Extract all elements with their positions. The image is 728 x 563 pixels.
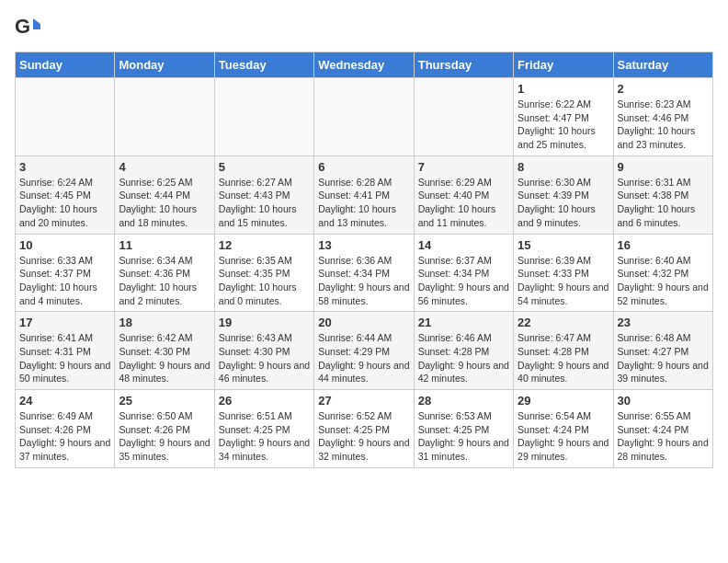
calendar-cell: 25Sunrise: 6:50 AM Sunset: 4:26 PM Dayli… xyxy=(115,390,214,468)
day-info: Sunrise: 6:22 AM Sunset: 4:47 PM Dayligh… xyxy=(518,98,609,152)
day-header-friday: Friday xyxy=(514,52,613,78)
day-info: Sunrise: 6:48 AM Sunset: 4:27 PM Dayligh… xyxy=(618,331,709,385)
day-header-wednesday: Wednesday xyxy=(314,52,414,78)
week-row-1: 1Sunrise: 6:22 AM Sunset: 4:47 PM Daylig… xyxy=(16,78,713,156)
calendar-cell: 10Sunrise: 6:33 AM Sunset: 4:37 PM Dayli… xyxy=(16,234,115,312)
day-info: Sunrise: 6:43 AM Sunset: 4:30 PM Dayligh… xyxy=(219,331,310,385)
day-info: Sunrise: 6:33 AM Sunset: 4:37 PM Dayligh… xyxy=(19,254,110,308)
calendar-cell: 29Sunrise: 6:54 AM Sunset: 4:24 PM Dayli… xyxy=(514,390,613,468)
day-info: Sunrise: 6:54 AM Sunset: 4:24 PM Dayligh… xyxy=(518,409,609,464)
calendar-cell: 9Sunrise: 6:31 AM Sunset: 4:38 PM Daylig… xyxy=(613,155,712,234)
day-number: 25 xyxy=(119,394,210,408)
day-info: Sunrise: 6:35 AM Sunset: 4:35 PM Dayligh… xyxy=(219,254,310,308)
calendar-cell xyxy=(414,78,513,156)
svg-marker-2 xyxy=(33,24,40,29)
day-number: 13 xyxy=(318,238,409,252)
day-number: 4 xyxy=(119,160,210,174)
day-info: Sunrise: 6:36 AM Sunset: 4:34 PM Dayligh… xyxy=(318,254,409,308)
calendar-cell: 22Sunrise: 6:47 AM Sunset: 4:28 PM Dayli… xyxy=(514,312,613,390)
day-info: Sunrise: 6:40 AM Sunset: 4:32 PM Dayligh… xyxy=(618,254,709,308)
calendar-cell: 8Sunrise: 6:30 AM Sunset: 4:39 PM Daylig… xyxy=(514,155,613,234)
day-number: 15 xyxy=(518,238,609,252)
day-number: 26 xyxy=(219,394,310,408)
day-info: Sunrise: 6:37 AM Sunset: 4:34 PM Dayligh… xyxy=(418,254,509,308)
day-header-saturday: Saturday xyxy=(613,52,712,78)
day-header-monday: Monday xyxy=(115,52,214,78)
day-number: 17 xyxy=(19,316,110,329)
calendar-cell: 13Sunrise: 6:36 AM Sunset: 4:34 PM Dayli… xyxy=(314,234,414,312)
day-number: 11 xyxy=(119,238,210,252)
day-number: 21 xyxy=(418,316,509,329)
calendar-cell xyxy=(115,78,214,156)
calendar-cell xyxy=(16,78,115,156)
calendar-cell: 11Sunrise: 6:34 AM Sunset: 4:36 PM Dayli… xyxy=(115,234,214,312)
calendar-cell: 28Sunrise: 6:53 AM Sunset: 4:25 PM Dayli… xyxy=(414,390,513,468)
calendar-cell: 23Sunrise: 6:48 AM Sunset: 4:27 PM Dayli… xyxy=(613,312,712,390)
calendar-table: SundayMondayTuesdayWednesdayThursdayFrid… xyxy=(15,52,713,468)
day-info: Sunrise: 6:44 AM Sunset: 4:29 PM Dayligh… xyxy=(318,331,409,385)
calendar-cell: 7Sunrise: 6:29 AM Sunset: 4:40 PM Daylig… xyxy=(414,155,513,234)
day-number: 19 xyxy=(219,316,310,329)
calendar-cell: 15Sunrise: 6:39 AM Sunset: 4:33 PM Dayli… xyxy=(514,234,613,312)
day-number: 23 xyxy=(618,316,709,329)
logo-icon: G xyxy=(15,15,40,40)
week-row-2: 3Sunrise: 6:24 AM Sunset: 4:45 PM Daylig… xyxy=(16,155,713,234)
day-number: 29 xyxy=(518,394,609,408)
calendar-cell: 24Sunrise: 6:49 AM Sunset: 4:26 PM Dayli… xyxy=(16,390,115,468)
day-number: 28 xyxy=(418,394,509,408)
day-number: 20 xyxy=(318,316,409,329)
day-info: Sunrise: 6:53 AM Sunset: 4:25 PM Dayligh… xyxy=(418,409,509,464)
day-number: 27 xyxy=(318,394,409,408)
day-info: Sunrise: 6:24 AM Sunset: 4:45 PM Dayligh… xyxy=(19,176,110,230)
day-number: 14 xyxy=(418,238,509,252)
svg-marker-1 xyxy=(33,18,40,24)
calendar-cell: 27Sunrise: 6:52 AM Sunset: 4:25 PM Dayli… xyxy=(314,390,414,468)
header: G xyxy=(15,15,713,40)
calendar-cell: 16Sunrise: 6:40 AM Sunset: 4:32 PM Dayli… xyxy=(613,234,712,312)
calendar-cell: 19Sunrise: 6:43 AM Sunset: 4:30 PM Dayli… xyxy=(214,312,313,390)
calendar-cell: 4Sunrise: 6:25 AM Sunset: 4:44 PM Daylig… xyxy=(115,155,214,234)
day-info: Sunrise: 6:31 AM Sunset: 4:38 PM Dayligh… xyxy=(618,176,709,230)
calendar-cell xyxy=(314,78,414,156)
svg-text:G: G xyxy=(15,15,30,38)
calendar-cell: 2Sunrise: 6:23 AM Sunset: 4:46 PM Daylig… xyxy=(613,78,712,156)
calendar-cell: 12Sunrise: 6:35 AM Sunset: 4:35 PM Dayli… xyxy=(214,234,313,312)
calendar-cell: 3Sunrise: 6:24 AM Sunset: 4:45 PM Daylig… xyxy=(16,155,115,234)
day-info: Sunrise: 6:55 AM Sunset: 4:24 PM Dayligh… xyxy=(618,409,709,464)
day-info: Sunrise: 6:27 AM Sunset: 4:43 PM Dayligh… xyxy=(219,176,310,230)
day-number: 10 xyxy=(19,238,110,252)
calendar-cell: 6Sunrise: 6:28 AM Sunset: 4:41 PM Daylig… xyxy=(314,155,414,234)
calendar-cell: 26Sunrise: 6:51 AM Sunset: 4:25 PM Dayli… xyxy=(214,390,313,468)
calendar-cell: 30Sunrise: 6:55 AM Sunset: 4:24 PM Dayli… xyxy=(613,390,712,468)
day-number: 5 xyxy=(219,160,310,174)
week-row-3: 10Sunrise: 6:33 AM Sunset: 4:37 PM Dayli… xyxy=(16,234,713,312)
day-number: 9 xyxy=(618,160,709,174)
calendar-cell: 14Sunrise: 6:37 AM Sunset: 4:34 PM Dayli… xyxy=(414,234,513,312)
day-number: 7 xyxy=(418,160,509,174)
day-info: Sunrise: 6:46 AM Sunset: 4:28 PM Dayligh… xyxy=(418,331,509,385)
calendar-cell: 18Sunrise: 6:42 AM Sunset: 4:30 PM Dayli… xyxy=(115,312,214,390)
day-number: 2 xyxy=(618,82,709,96)
day-number: 16 xyxy=(618,238,709,252)
calendar-cell xyxy=(214,78,313,156)
day-number: 3 xyxy=(19,160,110,174)
calendar-cell: 1Sunrise: 6:22 AM Sunset: 4:47 PM Daylig… xyxy=(514,78,613,156)
day-header-tuesday: Tuesday xyxy=(214,52,313,78)
day-info: Sunrise: 6:39 AM Sunset: 4:33 PM Dayligh… xyxy=(518,254,609,308)
day-number: 1 xyxy=(518,82,609,96)
day-info: Sunrise: 6:28 AM Sunset: 4:41 PM Dayligh… xyxy=(318,176,409,230)
day-number: 30 xyxy=(618,394,709,408)
day-number: 6 xyxy=(318,160,409,174)
logo: G xyxy=(15,15,44,40)
day-number: 12 xyxy=(219,238,310,252)
day-info: Sunrise: 6:25 AM Sunset: 4:44 PM Dayligh… xyxy=(119,176,210,230)
week-row-4: 17Sunrise: 6:41 AM Sunset: 4:31 PM Dayli… xyxy=(16,312,713,390)
day-info: Sunrise: 6:49 AM Sunset: 4:26 PM Dayligh… xyxy=(19,409,110,464)
calendar-cell: 5Sunrise: 6:27 AM Sunset: 4:43 PM Daylig… xyxy=(214,155,313,234)
day-header-sunday: Sunday xyxy=(16,52,115,78)
day-info: Sunrise: 6:47 AM Sunset: 4:28 PM Dayligh… xyxy=(518,331,609,385)
day-info: Sunrise: 6:41 AM Sunset: 4:31 PM Dayligh… xyxy=(19,331,110,385)
day-header-thursday: Thursday xyxy=(414,52,513,78)
day-info: Sunrise: 6:51 AM Sunset: 4:25 PM Dayligh… xyxy=(219,409,310,464)
calendar-cell: 21Sunrise: 6:46 AM Sunset: 4:28 PM Dayli… xyxy=(414,312,513,390)
